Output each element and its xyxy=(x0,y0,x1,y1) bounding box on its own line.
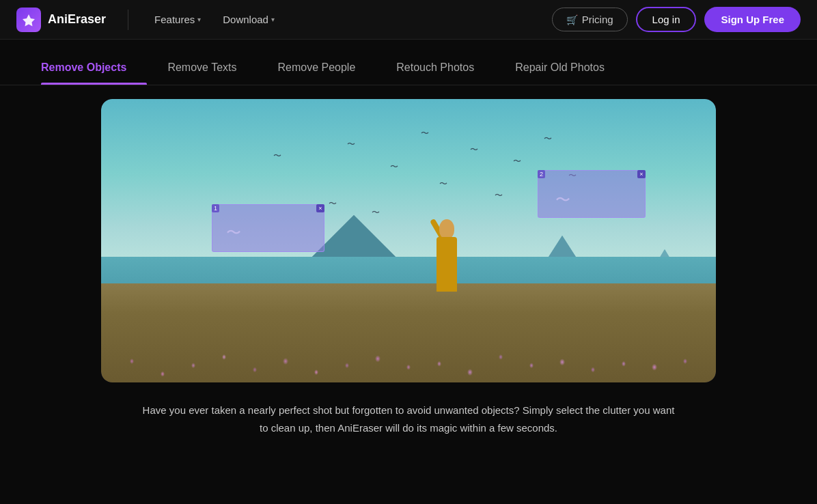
bird-2: 〜 xyxy=(347,139,355,150)
scene: 〜 〜 〜 〜 〜 〜 〜 〜 〜 〜 〜 〜 1 × 〜 xyxy=(101,99,716,382)
bird-7: 〜 xyxy=(513,156,521,167)
selection-label-2: 2 xyxy=(538,170,545,178)
flowers-layer xyxy=(101,298,716,383)
demo-section: 〜 〜 〜 〜 〜 〜 〜 〜 〜 〜 〜 〜 1 × 〜 xyxy=(0,85,817,382)
chevron-down-icon: ▾ xyxy=(271,16,275,23)
demo-image-wrapper: 〜 〜 〜 〜 〜 〜 〜 〜 〜 〜 〜 〜 1 × 〜 xyxy=(101,99,716,382)
feature-tabs: Remove Objects Remove Texts Remove Peopl… xyxy=(41,53,776,85)
signup-button[interactable]: Sign Up Free xyxy=(704,7,801,32)
chevron-down-icon: ▾ xyxy=(197,16,201,23)
bird-4: 〜 xyxy=(421,128,429,139)
tab-retouch-photos[interactable]: Retouch Photos xyxy=(376,53,495,85)
bird-3: 〜 xyxy=(390,161,398,173)
selection-close-1[interactable]: × xyxy=(316,204,324,212)
bird-6: 〜 xyxy=(470,144,478,156)
login-button[interactable]: Log in xyxy=(636,7,697,32)
tab-remove-objects[interactable]: Remove Objects xyxy=(41,53,147,85)
selection-label-1: 1 xyxy=(212,204,219,212)
bird-5: 〜 xyxy=(439,178,447,190)
cart-icon: 🛒 xyxy=(566,14,578,25)
nav-item-download[interactable]: Download ▾ xyxy=(213,8,284,31)
person-head xyxy=(439,219,454,238)
selection-box-2[interactable]: 2 × 〜 xyxy=(538,170,646,218)
header-right: 🛒 Pricing Log in Sign Up Free xyxy=(552,7,801,32)
selection-box-1[interactable]: 1 × 〜 xyxy=(212,204,324,252)
nav-links: Features ▾ Download ▾ xyxy=(145,8,284,31)
bird-11: 〜 xyxy=(372,207,380,219)
description-text: Have you ever taken a nearly perfect sho… xyxy=(142,402,675,436)
nav-features-label: Features xyxy=(154,14,195,25)
tab-repair-old-photos[interactable]: Repair Old Photos xyxy=(495,53,625,85)
description-section: Have you ever taken a nearly perfect sho… xyxy=(101,382,716,436)
nav-item-features[interactable]: Features ▾ xyxy=(145,8,210,31)
tab-remove-texts[interactable]: Remove Texts xyxy=(147,53,257,85)
flower-cluster xyxy=(101,298,716,383)
selection-close-2[interactable]: × xyxy=(637,170,646,178)
bird-12: 〜 xyxy=(329,198,337,210)
header: AniEraser Features ▾ Download ▾ 🛒 Pricin… xyxy=(0,0,817,40)
bird-8: 〜 xyxy=(495,190,503,201)
bird-1: 〜 xyxy=(273,150,281,162)
person xyxy=(433,210,460,292)
logo-label: AniEraser xyxy=(48,12,106,27)
tab-remove-people[interactable]: Remove People xyxy=(257,53,376,85)
pricing-button[interactable]: 🛒 Pricing xyxy=(552,8,628,31)
person-body xyxy=(437,237,457,292)
tabs-section: Remove Objects Remove Texts Remove Peopl… xyxy=(0,40,817,85)
logo-area[interactable]: AniEraser xyxy=(16,8,106,32)
header-divider xyxy=(128,10,128,30)
main-content: Remove Objects Remove Texts Remove Peopl… xyxy=(0,40,817,464)
logo-icon xyxy=(16,8,41,32)
bird-9: 〜 xyxy=(544,133,552,145)
pricing-label: Pricing xyxy=(582,14,613,25)
nav-download-label: Download xyxy=(223,14,268,25)
